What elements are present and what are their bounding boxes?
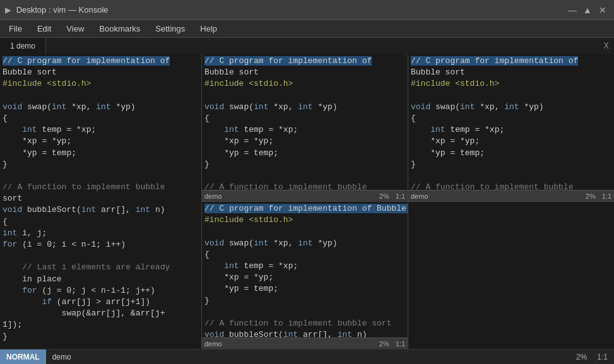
pane-middle-split: // C program for implementation of Bubbl… (202, 54, 408, 349)
pane-right-top-status: demo 2% 1:1 (408, 190, 614, 201)
minimize-button[interactable]: — (566, 4, 579, 16)
pane-right: // C program for implementation of Bubbl… (408, 54, 614, 349)
menu-bar: File Edit View Bookmarks Settings Help (0, 20, 614, 38)
pane-middle-top: // C program for implementation of Bubbl… (202, 54, 408, 201)
pane-mid-top-pos: 1:1 (396, 192, 405, 200)
pane-mid-top-status-right: 2% 1:1 (379, 192, 405, 200)
code-view-left[interactable]: // C program for implementation of Bubbl… (0, 54, 201, 349)
tab-bar: 1 demo X (0, 38, 614, 54)
status-bar: NORMAL demo 2% 1:1 (0, 349, 614, 364)
title-bar-controls: — ▲ ✕ (566, 4, 609, 16)
code-view-right-top[interactable]: // C program for implementation of Bubbl… (408, 54, 614, 190)
maximize-button[interactable]: ▲ (581, 4, 594, 16)
pane-right-bottom (408, 201, 614, 349)
menu-view[interactable]: View (60, 23, 90, 35)
pane-mid-bot-pos: 1:1 (396, 340, 405, 348)
menu-help[interactable]: Help (194, 23, 223, 35)
status-right: 2% 1:1 (570, 353, 614, 361)
status-pct: 2% (576, 353, 587, 361)
pane-right-top-pct: 2% (586, 192, 596, 200)
pane-right-top-status-right: 2% 1:1 (586, 192, 611, 200)
tab-close-icon[interactable]: X (599, 41, 614, 51)
pane-right-top-filename: demo (411, 192, 586, 200)
pane-right-top-pos: 1:1 (602, 192, 611, 200)
status-pos: 1:1 (597, 353, 608, 361)
pane-right-split: // C program for implementation of Bubbl… (408, 54, 614, 349)
pane-mid-top-filename: demo (204, 192, 379, 200)
tab-demo[interactable]: 1 demo (0, 38, 46, 54)
title-bar: ▶ Desktop : vim — Konsole — ▲ ✕ (0, 0, 614, 20)
title-bar-left: ▶ Desktop : vim — Konsole (5, 4, 109, 16)
tab-label: 1 demo (10, 42, 35, 50)
code-view-mid-top[interactable]: // C program for implementation of Bubbl… (202, 54, 408, 190)
menu-bookmarks[interactable]: Bookmarks (93, 23, 146, 35)
window-title: Desktop : vim — Konsole (16, 5, 109, 15)
pane-mid-bot-status-right: 2% 1:1 (379, 340, 405, 348)
pane-mid-bot-status: demo 2% 1:1 (202, 338, 408, 349)
pane-mid-top-pct: 2% (379, 192, 389, 200)
pane-mid-bot-filename: demo (204, 340, 379, 348)
menu-edit[interactable]: Edit (31, 23, 57, 35)
pane-mid-top-status: demo 2% 1:1 (202, 190, 408, 201)
pane-right-top: // C program for implementation of Bubbl… (408, 54, 614, 201)
status-mode: NORMAL (0, 349, 46, 364)
code-view-right-bot[interactable] (408, 202, 614, 349)
terminal-icon: ▶ (5, 4, 11, 16)
pane-middle: // C program for implementation of Bubbl… (202, 54, 408, 349)
code-view-mid-bot[interactable]: // C program for implementation of Bubbl… (202, 202, 408, 338)
close-button[interactable]: ✕ (596, 4, 609, 16)
status-filename: demo (46, 353, 78, 361)
pane-middle-bottom: // C program for implementation of Bubbl… (202, 201, 408, 349)
pane-right-container: // C program for implementation of Bubbl… (202, 54, 614, 349)
editor-area: // C program for implementation of Bubbl… (0, 54, 614, 349)
menu-settings[interactable]: Settings (149, 23, 191, 35)
menu-file[interactable]: File (3, 23, 28, 35)
pane-mid-bot-pct: 2% (379, 340, 389, 348)
pane-left: // C program for implementation of Bubbl… (0, 54, 202, 349)
